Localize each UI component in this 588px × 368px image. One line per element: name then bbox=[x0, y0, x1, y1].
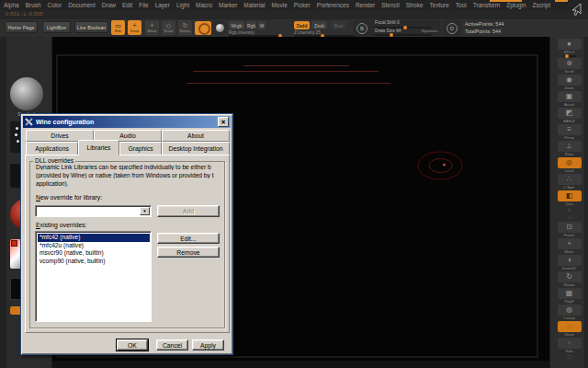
shelf-item-button[interactable]: ◌ bbox=[564, 214, 575, 221]
list-item-msvcr90-native-builtin[interactable]: msvcr90 (native, builtin) bbox=[38, 249, 150, 258]
apply-button[interactable]: Apply bbox=[192, 339, 224, 351]
menu-zplugin[interactable]: Zplugin bbox=[506, 2, 526, 8]
menu-picker[interactable]: Picker bbox=[294, 2, 311, 8]
shelf-actual-button[interactable]: ▣Actual bbox=[558, 91, 582, 107]
rotate-label: Rotate bbox=[180, 29, 191, 33]
cancel-button[interactable]: Cancel bbox=[156, 339, 188, 351]
shelf-qsw-button[interactable]: ◧Qsw bbox=[558, 190, 582, 206]
shelf-item-button[interactable]: ∷ bbox=[564, 354, 575, 361]
ghost-label: Ghost bbox=[564, 332, 574, 337]
edit-mode-button[interactable]: ▭ Edit bbox=[111, 20, 125, 35]
menu-material[interactable]: Material bbox=[243, 2, 265, 8]
move-label: Move bbox=[565, 249, 574, 254]
scale-label: Scale bbox=[164, 29, 173, 33]
material-preview-button[interactable] bbox=[214, 21, 226, 35]
shelf-spix-3-button[interactable]: ●SPix 3 bbox=[558, 39, 582, 57]
menu-document[interactable]: Document bbox=[68, 2, 96, 8]
m-button[interactable]: M bbox=[258, 21, 266, 29]
brush-d-icon[interactable]: D bbox=[447, 23, 458, 34]
shelf-scroll-button[interactable]: ⊕Scroll bbox=[558, 58, 582, 74]
coordinates-readout: -0.831,-1,-0.555 bbox=[4, 11, 43, 17]
shelf-zoom3d-button[interactable]: ◑Zoom3D bbox=[558, 255, 582, 270]
menu-tool[interactable]: Tool bbox=[456, 2, 467, 8]
shelf-polyf-button[interactable]: ▦PolyF bbox=[558, 288, 582, 304]
menu-preferences[interactable]: Preferences bbox=[317, 2, 349, 8]
standard-thumbnail[interactable] bbox=[10, 77, 43, 110]
draw-size-slider[interactable] bbox=[375, 34, 432, 36]
shelf-local-button[interactable]: ◎Local bbox=[558, 157, 582, 173]
existing-overrides-list[interactable]: *mfc42 (native)*mfc42u (native)msvcr90 (… bbox=[35, 231, 152, 322]
lightbox-button[interactable]: LightBox bbox=[42, 21, 71, 33]
menu-marker[interactable]: Marker bbox=[219, 2, 237, 8]
close-button[interactable]: ✕ bbox=[218, 117, 229, 127]
menu-zscript[interactable]: Zscript bbox=[533, 2, 551, 8]
tab-libraries[interactable]: Libraries bbox=[78, 140, 119, 155]
menu-stroke[interactable]: Stroke bbox=[406, 2, 424, 8]
library-combobox[interactable]: ▼ bbox=[35, 205, 152, 217]
menu-macro[interactable]: Macro bbox=[196, 2, 212, 8]
shelf-ghost-button[interactable]: ◌Ghost bbox=[558, 321, 582, 337]
actual-label: Actual bbox=[564, 102, 574, 107]
menu-transform[interactable]: Transform bbox=[473, 2, 500, 8]
shelf-item-button[interactable]: ○ bbox=[564, 207, 575, 213]
menu-color[interactable]: Color bbox=[48, 2, 62, 8]
tab-about[interactable]: About bbox=[162, 130, 230, 142]
canvas-bottom-bar bbox=[52, 361, 549, 368]
shelf-transp-button[interactable]: ◍Transp bbox=[558, 305, 582, 320]
list-item-mfc42u-native[interactable]: *mfc42u (native) bbox=[38, 242, 150, 250]
menu-light[interactable]: Light bbox=[176, 2, 189, 8]
shelf-aahalf-button[interactable]: ◩AAHalf bbox=[558, 108, 582, 123]
aahalf-label: AAHalf bbox=[563, 119, 574, 123]
menu-brush[interactable]: Brush bbox=[26, 2, 41, 8]
shelf-persp-button[interactable]: ≡Persp bbox=[558, 124, 582, 140]
combo-dropdown-icon[interactable]: ▼ bbox=[140, 207, 150, 215]
brush-stamp-button[interactable] bbox=[195, 21, 211, 35]
list-item-vcomp90-native-builtin[interactable]: vcomp90 (native, builtin) bbox=[38, 258, 150, 266]
rgb-button[interactable]: Rgb bbox=[246, 21, 256, 29]
tab-desktop-integration[interactable]: Desktop Integration bbox=[162, 142, 230, 155]
move-icon: + bbox=[150, 22, 153, 29]
shelf-frame-button[interactable]: ⊡Frame bbox=[558, 222, 582, 237]
description-line: (provided by Wine) or native (taken from… bbox=[36, 172, 227, 178]
spix-3-icon: ● bbox=[558, 39, 582, 50]
shelf-zoom-button[interactable]: ◉Zoom bbox=[558, 75, 582, 90]
brush-b-icon[interactable]: B bbox=[356, 23, 368, 34]
menu-file[interactable]: File bbox=[139, 2, 148, 8]
shelf-solo-button[interactable]: ◦Solo bbox=[558, 338, 582, 353]
tab-graphics[interactable]: Graphics bbox=[119, 142, 162, 155]
dialog-title-bar[interactable]: Wine configuration ✕ bbox=[23, 116, 231, 128]
scale-mode-button[interactable]: ◇ Scale bbox=[162, 20, 175, 35]
shelf-move-button[interactable]: +Move bbox=[558, 238, 582, 254]
list-item-mfc42-native[interactable]: *mfc42 (native) bbox=[38, 234, 150, 242]
zcut-button[interactable]: Zcut bbox=[331, 21, 346, 29]
shelf-rotate-button[interactable]: ↻Rotate bbox=[558, 271, 582, 287]
menu-render[interactable]: Render bbox=[356, 2, 375, 8]
menu-texture[interactable]: Texture bbox=[430, 2, 449, 8]
zsub-button[interactable]: Zsub bbox=[311, 21, 327, 29]
shelf-l-sym-button[interactable]: ∴L.Sym bbox=[558, 174, 582, 190]
menu-movie[interactable]: Movie bbox=[271, 2, 287, 8]
mrgb-button[interactable]: Mrgb bbox=[229, 21, 244, 29]
home-page-button[interactable]: Home Page bbox=[5, 21, 38, 33]
ok-button[interactable]: OK bbox=[117, 339, 148, 351]
menu-alpha[interactable]: Alpha bbox=[4, 2, 19, 8]
zoom3d-label: Zoom3D bbox=[562, 266, 576, 270]
tab-applications[interactable]: Applications bbox=[26, 142, 78, 155]
shelf-floor-button[interactable]: ⊥Floor bbox=[558, 141, 582, 156]
menu-layer[interactable]: Layer bbox=[155, 2, 170, 8]
add-button[interactable]: Add bbox=[157, 205, 220, 217]
live-boolean-button[interactable]: Live Boolean bbox=[74, 21, 108, 33]
active-points-readout: ActivePoints: 544 bbox=[465, 21, 504, 27]
menu-draw[interactable]: Draw bbox=[102, 2, 116, 8]
rotate-icon: ↻ bbox=[558, 271, 582, 282]
spix-slider[interactable] bbox=[563, 55, 576, 57]
move-mode-button[interactable]: + Move bbox=[145, 20, 159, 35]
draw-mode-button[interactable]: + Draw bbox=[128, 20, 141, 35]
menu-stencil[interactable]: Stencil bbox=[381, 2, 400, 8]
zadd-button[interactable]: Zadd bbox=[294, 21, 310, 29]
edit-button[interactable]: Edit... bbox=[157, 233, 220, 244]
remove-button[interactable]: Remove bbox=[157, 247, 220, 258]
persp-label: Persp bbox=[564, 135, 573, 140]
menu-edit[interactable]: Edit bbox=[122, 2, 132, 8]
rotate-mode-button[interactable]: ↻ Rotate bbox=[178, 20, 192, 35]
